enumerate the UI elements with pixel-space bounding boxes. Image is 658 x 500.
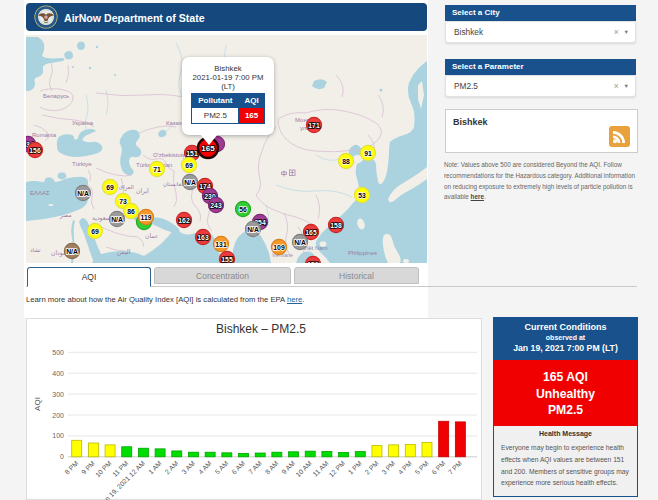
svg-text:8 AM: 8 AM (264, 459, 280, 475)
svg-text:165: 165 (201, 144, 215, 153)
svg-text:162: 162 (178, 217, 190, 224)
svg-text:73: 73 (119, 198, 127, 205)
svg-text:N/A: N/A (247, 226, 259, 233)
svg-text:0: 0 (60, 453, 64, 460)
svg-text:300: 300 (52, 391, 64, 398)
svg-text:7 PM: 7 PM (447, 459, 463, 475)
svg-text:56: 56 (239, 206, 247, 213)
svg-text:7 AM: 7 AM (247, 459, 263, 475)
svg-text:1 PM: 1 PM (347, 459, 363, 475)
svg-text:4 PM: 4 PM (397, 459, 413, 475)
svg-text:163: 163 (197, 234, 209, 241)
svg-text:5 PM: 5 PM (414, 459, 430, 475)
svg-text:4 AM: 4 AM (197, 459, 213, 475)
svg-text:69: 69 (91, 228, 99, 235)
svg-text:243: 243 (210, 202, 222, 209)
svg-text:156: 156 (29, 147, 41, 154)
svg-text:151: 151 (186, 150, 198, 157)
svg-text:91: 91 (364, 150, 372, 157)
svg-text:53: 53 (358, 192, 366, 199)
svg-text:3 PM: 3 PM (380, 459, 396, 475)
svg-text:6 AM: 6 AM (230, 459, 246, 475)
svg-text:69: 69 (106, 184, 114, 191)
svg-text:N/A: N/A (184, 179, 196, 186)
svg-text:165: 165 (305, 229, 317, 236)
svg-text:11 AM: 11 AM (311, 459, 329, 477)
svg-text:131: 131 (215, 241, 227, 248)
svg-text:88: 88 (342, 158, 350, 165)
svg-text:119: 119 (141, 214, 152, 221)
svg-text:8 PM: 8 PM (63, 459, 79, 475)
svg-text:155: 155 (221, 256, 233, 263)
svg-text:N/A: N/A (111, 216, 123, 223)
svg-text:151: 151 (307, 261, 319, 263)
svg-text:3 AM: 3 AM (180, 459, 196, 475)
svg-text:N/A: N/A (294, 239, 306, 246)
svg-text:2 PM: 2 PM (363, 459, 379, 475)
svg-text:200: 200 (52, 412, 64, 419)
svg-text:N/A: N/A (77, 190, 89, 197)
svg-text:6 PM: 6 PM (430, 459, 446, 475)
svg-text:71: 71 (153, 166, 161, 173)
svg-text:5 AM: 5 AM (214, 459, 230, 475)
svg-text:10 AM: 10 AM (294, 459, 313, 478)
svg-text:10 PM: 10 PM (94, 459, 113, 478)
svg-text:158: 158 (330, 222, 342, 229)
svg-text:86: 86 (127, 208, 135, 215)
svg-text:1 AM: 1 AM (147, 459, 163, 475)
svg-text:2 AM: 2 AM (164, 459, 180, 475)
svg-text:N/A: N/A (66, 248, 78, 255)
svg-text:100: 100 (52, 432, 64, 439)
svg-text:400: 400 (52, 370, 64, 377)
svg-text:12 PM: 12 PM (327, 459, 346, 478)
svg-text:171: 171 (308, 122, 320, 129)
svg-text:AQI: AQI (33, 397, 42, 411)
svg-text:69: 69 (185, 162, 193, 169)
svg-text:500: 500 (52, 349, 64, 356)
svg-text:109: 109 (273, 244, 285, 251)
